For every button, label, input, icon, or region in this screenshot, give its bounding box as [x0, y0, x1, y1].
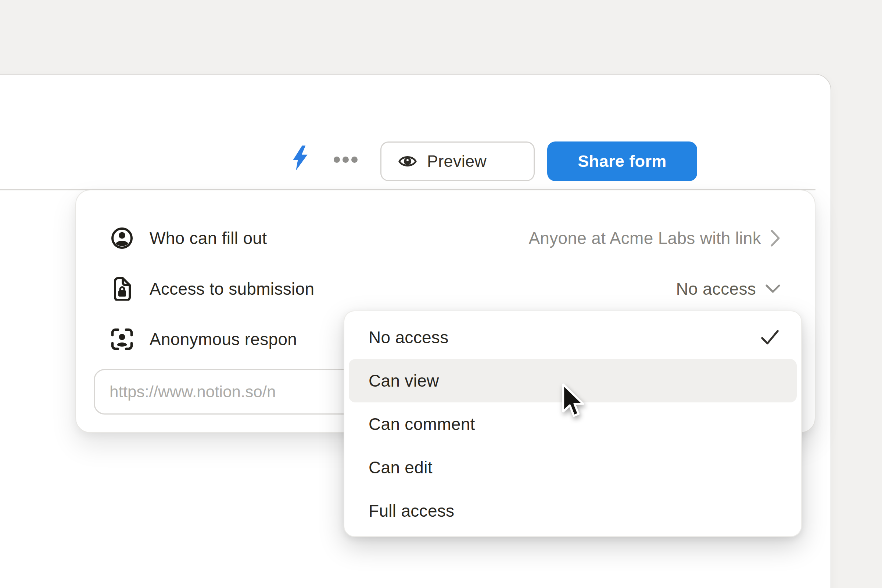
anonymous-responses-label: Anonymous respon [150, 329, 297, 349]
document-lock-icon [111, 278, 134, 300]
dropdown-item-no-access[interactable]: No access [349, 316, 797, 359]
cursor-arrow [561, 383, 584, 420]
access-to-submission-value[interactable]: No access [676, 279, 780, 299]
more-options-icon [342, 156, 349, 163]
access-to-submission-label: Access to submission [150, 279, 314, 299]
more-options-icon [334, 156, 340, 163]
more-options-icon [351, 156, 358, 163]
lightning-icon[interactable] [292, 146, 309, 171]
who-can-fill-out-row[interactable]: Who can fill out Anyone at Acme Labs wit… [111, 220, 780, 256]
checkmark-icon [761, 329, 779, 345]
more-options-button[interactable] [334, 156, 358, 163]
page: Preview Share form Who can fill out Anyo… [0, 0, 882, 588]
share-form-button[interactable]: Share form [547, 141, 697, 181]
share-form-button-label: Share form [578, 152, 667, 171]
person-circle-icon [111, 227, 134, 249]
who-can-fill-out-label: Who can fill out [150, 228, 267, 248]
dropdown-item-full-access[interactable]: Full access [349, 489, 797, 532]
anonymous-person-icon [111, 328, 134, 351]
access-to-submission-row[interactable]: Access to submission No access [111, 271, 780, 306]
chevron-down-icon [765, 285, 780, 293]
who-can-fill-out-value[interactable]: Anyone at Acme Labs with link [528, 228, 780, 248]
chevron-right-icon [771, 230, 780, 247]
access-permissions-dropdown: No access Can view Can comment Can edit … [344, 310, 802, 537]
preview-button-label: Preview [427, 152, 487, 171]
preview-button[interactable]: Preview [380, 141, 535, 181]
dropdown-item-can-edit[interactable]: Can edit [349, 446, 797, 489]
eye-icon [398, 152, 417, 171]
